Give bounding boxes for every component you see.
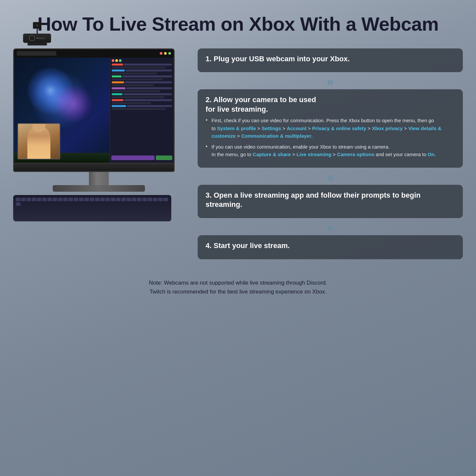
keyboard [13,195,171,221]
game-glow2 [54,84,93,124]
dot3 [168,52,171,55]
chat-line-7 [112,102,151,104]
note-text: Note: Webcams are not supported while li… [149,280,327,295]
step-2-bullet-1: First, check if you can use video for co… [206,117,455,140]
chat-name-4 [112,81,124,83]
dot1 [160,52,162,55]
link-communication: Communication & multiplayer [241,133,311,139]
monitor-screen [13,48,175,164]
chat-text-2 [126,70,172,71]
key-22 [126,198,131,202]
chat-line-6 [112,96,165,98]
key-30 [16,202,20,206]
key-15 [90,198,94,202]
link-xbox-privacy: Xbox privacy [372,126,403,131]
page-title: How To Live Stream on Xbox With a Webcam [0,0,476,45]
step-1-card: 1. Plug your USB webcam into your Xbox. [198,48,463,72]
streamer-webcam-overlay [17,123,60,159]
note-section: Note: Webcams are not supported while li… [0,268,476,306]
key-1 [16,198,20,202]
search-bar [17,51,56,56]
chat-message-7 [112,99,172,101]
key-7 [47,198,52,202]
chat-name-3 [112,75,122,77]
key-25 [142,198,147,202]
chat-line-8 [112,108,166,110]
chat-text-3 [122,75,172,77]
webcam-top [33,22,41,29]
chat-text-5 [126,87,172,89]
chat-name-1 [112,64,123,66]
link-account: Account [287,126,306,131]
step-1-title: 1. Plug your USB webcam into your Xbox. [206,54,455,64]
step-4-card: 4. Start your live stream. [198,235,463,259]
step-2-card: 2. Allow your camera to be usedfor live … [198,89,463,167]
webcam-arm [37,29,38,34]
chat-name-8 [112,105,126,107]
chat-dot2 [115,59,118,62]
chat-name-5 [112,87,126,89]
key-8 [53,198,57,202]
chevron-1: » [198,76,463,88]
key-6 [42,198,47,202]
streamer-silhouette [27,126,50,159]
key-23 [132,198,136,202]
key-24 [137,198,142,202]
chat-name-6 [112,93,123,95]
link-privacy-safety: Privacy & online safety [312,126,366,131]
chat-bottom-btn2[interactable] [156,155,172,160]
key-5 [37,198,42,202]
monitor-base [53,185,145,192]
step-2-title: 2. Allow your camera to be usedfor live … [206,95,455,114]
key-26 [148,198,152,202]
chat-text-8 [127,105,172,107]
key-21 [121,198,126,202]
chat-message-5 [112,87,172,89]
chat-line-1 [112,67,166,69]
screen-game-content [14,58,110,163]
key-11 [69,198,73,202]
chat-dot1 [112,59,114,62]
link-system-profile: System & profile [217,126,256,131]
chat-line-2 [112,72,157,74]
screen-top-bar [14,49,174,58]
key-4 [32,198,36,202]
key-29 [163,198,168,202]
chat-line-5 [112,90,160,92]
monitor-stand-neck [89,172,109,185]
key-19 [111,198,115,202]
chat-message-1 [112,64,172,66]
key-10 [63,198,68,202]
chat-text-1 [124,64,172,66]
key-2 [21,198,26,202]
key-20 [116,198,121,202]
key-14 [84,198,89,202]
chat-top-bar [112,59,172,62]
chat-bottom-bar [111,155,172,160]
chat-text-6 [123,93,172,95]
chat-name-2 [112,70,125,71]
key-12 [74,198,78,202]
chat-message-6 [112,93,172,95]
chevron-3: » [198,222,463,234]
chat-text-4 [125,81,172,83]
key-17 [100,198,105,202]
webcam-lens [29,35,35,41]
key-3 [26,198,31,202]
step-3-card: 3. Open a live streaming app and follow … [198,185,463,218]
dot2 [164,52,167,55]
left-panel: NEXIGO [13,48,184,262]
chat-message-8 [112,105,172,107]
webcam-label: NEXIGO [37,37,45,39]
chat-line-3 [112,78,163,80]
chat-message-2 [112,70,172,71]
chat-message-3 [112,75,172,77]
game-background [14,58,110,163]
key-9 [58,198,63,202]
key-18 [105,198,110,202]
step-2-bullets: First, check if you can use video for co… [206,117,455,158]
link-capture-share: Capture & share [253,152,291,157]
chat-bottom-btn1[interactable] [111,155,154,160]
step-4-title: 4. Start your live stream. [206,241,455,251]
link-settings: Settings [262,126,281,131]
